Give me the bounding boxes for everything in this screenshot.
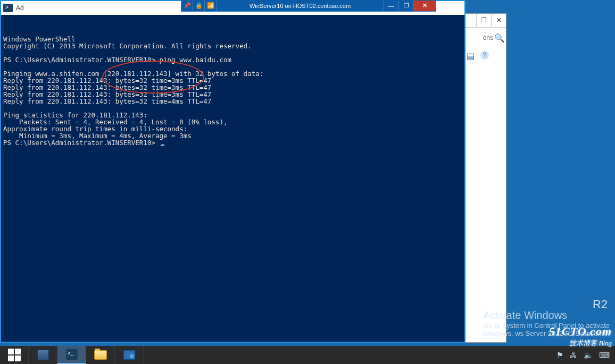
volume-icon[interactable]: 🔈: [584, 351, 593, 359]
vm-title: WinServer10 on HOST02.contoso.com: [217, 3, 384, 9]
search-icon[interactable]: 🔍: [495, 33, 504, 42]
action-center-icon[interactable]: ⚑: [556, 351, 563, 359]
taskbar-server-manager[interactable]: [29, 346, 57, 364]
folder-icon: [94, 350, 107, 360]
dashboard-icon: [123, 350, 135, 360]
taskbar-dashboard[interactable]: [115, 346, 144, 364]
input-lang-icon[interactable]: ⌨: [599, 351, 610, 359]
srvmgr-view-icon[interactable]: ▤: [467, 51, 475, 60]
server-manager-window: ❐ ✕ ons 🔍 ▤ ?: [464, 13, 506, 343]
network-icon[interactable]: 🖧: [570, 351, 577, 359]
lock-icon: 🔒: [193, 1, 205, 11]
taskbar-powershell[interactable]: [57, 346, 86, 364]
powershell-icon: [3, 4, 13, 12]
cursor: [161, 145, 164, 146]
vm-restore-button[interactable]: ❐: [398, 1, 413, 11]
watermark-line1: 51CTO.com: [549, 325, 612, 338]
vm-close-button[interactable]: ✕: [413, 1, 436, 11]
powershell-task-icon: [66, 349, 78, 360]
system-tray: ⚑ 🖧 🔈 ⌨: [551, 346, 615, 364]
powershell-console[interactable]: Windows PowerShellCopyright (C) 2013 Mic…: [1, 15, 464, 342]
help-icon[interactable]: ?: [480, 51, 489, 60]
taskbar-explorer[interactable]: [86, 346, 115, 364]
console-line: PS C:\Users\Administrator.WINSERVER10>: [3, 140, 462, 147]
blog-watermark: 51CTO.com 技术博客 Blog: [549, 325, 612, 348]
srvmgr-restore-button[interactable]: ❐: [476, 14, 491, 27]
server-manager-icon: [37, 350, 49, 360]
console-line: Copyright (C) 2013 Microsoft Corporation…: [3, 43, 462, 50]
srvmgr-search-fragment: ons: [483, 34, 493, 41]
powershell-window: Ad Windows PowerShellCopyright (C) 2013 …: [0, 0, 466, 343]
edition-r2: R2: [593, 298, 608, 311]
console-line: PS C:\Users\Administrator.WINSERVER10> p…: [3, 57, 462, 64]
vm-minimize-button[interactable]: —: [384, 1, 398, 11]
windows-logo-icon: [8, 349, 21, 361]
vm-connection-bar: 📌 🔒 📶 WinServer10 on HOST02.contoso.com …: [181, 0, 436, 12]
pin-icon[interactable]: 📌: [181, 1, 193, 11]
taskbar: ⚑ 🖧 🔈 ⌨: [0, 346, 615, 364]
srvmgr-close-button[interactable]: ✕: [491, 14, 506, 27]
console-line: Reply from 220.181.112.143: bytes=32 tim…: [3, 98, 462, 105]
signal-icon: 📶: [205, 1, 217, 11]
start-button[interactable]: [0, 346, 29, 364]
